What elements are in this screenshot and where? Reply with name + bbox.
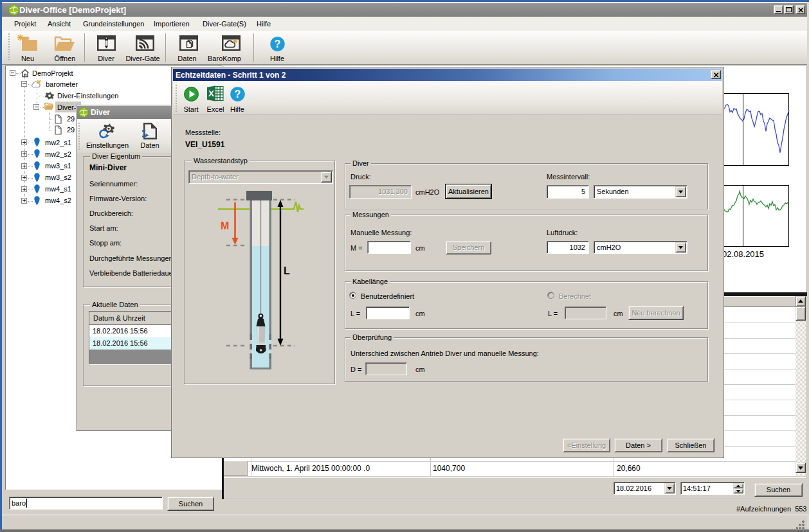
svg-text:M: M <box>221 220 229 231</box>
svg-text:L: L <box>284 265 290 276</box>
svg-text:?: ? <box>235 89 241 100</box>
svg-text:?: ? <box>275 39 281 49</box>
svg-text:X: X <box>208 89 214 98</box>
